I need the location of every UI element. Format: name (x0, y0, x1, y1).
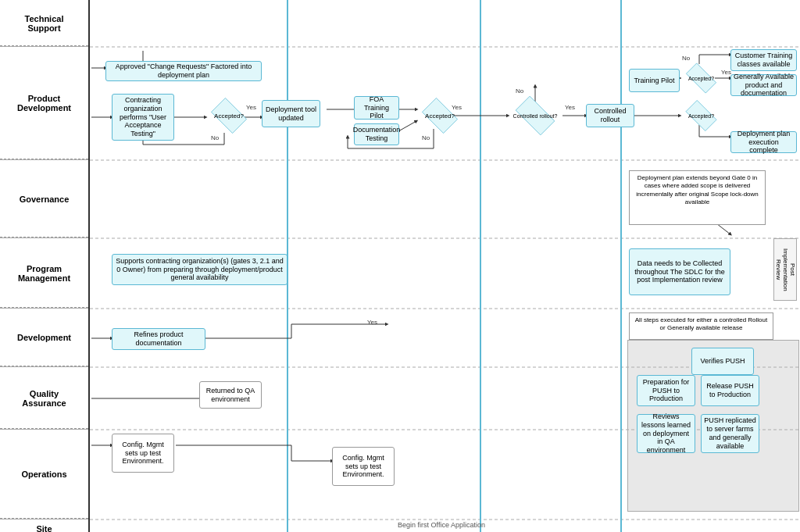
controlled-rollout-box: Controlled rollout (586, 104, 634, 127)
accepted4-diamond: Accepted? (680, 103, 723, 128)
customer-training-box: Customer Training classes available (730, 49, 797, 71)
lane-program-management: Program Management (0, 238, 88, 309)
lane-technical-support: Technical Support (0, 0, 88, 47)
no-label-1: No (211, 134, 219, 141)
config-mgmt1-box: Config. Mgmt sets up test Environment. (112, 434, 174, 473)
controlled-rollout-diamond: Controlled rollout? (508, 100, 562, 131)
no-label-cr: No (516, 87, 523, 95)
diagram-container: Technical Support Product Development Go… (0, 0, 800, 532)
approved-cr-box: Approved "Change Requests" Factored into… (105, 61, 262, 81)
foa-training-box: FOA Training Pilot (354, 96, 399, 120)
preparation-push-box: Preparation for PUSH to Production (637, 375, 695, 406)
config-mgmt2-box: Config. Mgmt sets up test Environment. (332, 447, 395, 486)
lane-product-development: Product Development (0, 47, 88, 160)
no-label-2: No (422, 134, 430, 141)
accepted2-diamond: Accepted? (416, 100, 463, 131)
deployment-plan-note-box: Deployment plan extends beyond Gate 0 in… (629, 170, 766, 225)
deployment-tool-box: Deployment tool updated (262, 100, 320, 127)
refines-doc-box: Refines product documentation (112, 328, 205, 350)
accepted3-diamond: Accepted? (680, 66, 723, 90)
doc-testing-box: Documentation Testing (354, 123, 399, 145)
ga-product-box: Generally Available product and document… (730, 74, 797, 96)
training-pilot-box: Training Pilot (629, 69, 680, 92)
yes-label-cr: Yes (565, 104, 575, 111)
contracting-box: Contracting organization performs "User … (112, 94, 174, 141)
post-impl-box: Post Implementation Review (773, 238, 797, 301)
all-steps-note: All steps executed for either a controll… (629, 312, 773, 340)
verifies-push-box: Verifies PUSH (691, 348, 754, 375)
returned-qa-box: Returned to QA environment (199, 381, 262, 409)
deployment-plan-exec-box: Deployment plan execution complete (730, 131, 797, 153)
svg-line-20 (398, 121, 416, 131)
release-push-box: Release PUSH to Production (701, 375, 759, 406)
swim-lanes-labels: Technical Support Product Development Go… (0, 0, 90, 532)
lane-quality-assurance: Quality Assurance (0, 367, 88, 430)
reviews-lessons-box: Reviews lessons learned on deployment in… (637, 414, 695, 453)
lane-site-measurement: Site Measurement (0, 520, 88, 532)
yes-label-dev: Yes (367, 319, 377, 326)
lane-governance: Governance (0, 160, 88, 238)
supports-contracting-box: Supports contracting organization(s) (ga… (112, 254, 288, 285)
begin-first-office-label: Begin first Office Application (363, 521, 520, 529)
data-needs-box: Data needs to be Collected throughout Th… (629, 248, 730, 295)
push-replicated-box: PUSH replicated to server farms and gene… (701, 414, 759, 453)
lane-development: Development (0, 309, 88, 367)
accepted1-diamond: Accepted? (205, 100, 252, 131)
lane-operations: Operations (0, 430, 88, 520)
diagram-area: Approved "Change Requests" Factored into… (90, 0, 800, 532)
no-label-3: No (682, 55, 690, 62)
